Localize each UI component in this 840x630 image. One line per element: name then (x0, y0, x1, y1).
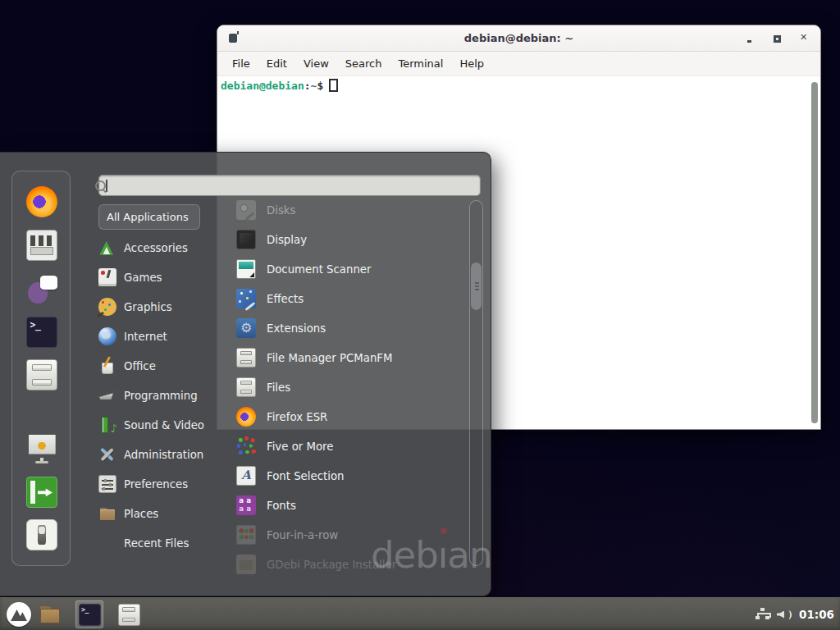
favorite-pidgin-messenger[interactable] (26, 274, 57, 305)
places-icon (98, 504, 116, 523)
app-label: Document Scanner (267, 263, 372, 276)
logout-icon (26, 477, 57, 508)
terminal-menu-search[interactable]: Search (337, 54, 390, 73)
taskbar-app-files[interactable] (115, 600, 143, 628)
shutdown-icon (26, 519, 57, 550)
games-icon (98, 268, 116, 286)
category-graphics[interactable]: Graphics (98, 292, 220, 322)
app-label: Five or More (267, 441, 333, 453)
favorite-terminal[interactable] (26, 317, 57, 348)
category-all-applications[interactable]: All Applications (98, 204, 200, 230)
category-label: Games (124, 272, 162, 284)
app-item-document-scanner[interactable]: Document Scanner (236, 254, 463, 284)
administration-icon (98, 445, 116, 463)
app-item-font-selection[interactable]: Font Selection (236, 461, 463, 491)
app-item-display[interactable]: Display (236, 225, 463, 254)
app-label: Effects (267, 293, 304, 305)
terminal-scrollbar[interactable] (811, 82, 818, 423)
app-label: Disks (267, 204, 296, 217)
firefox-icon (26, 186, 57, 217)
session-lock-screen[interactable] (26, 434, 57, 465)
display-icon (236, 230, 256, 249)
terminal-menu-file[interactable]: File (224, 54, 258, 73)
category-label: Office (124, 360, 156, 372)
category-internet[interactable]: Internet (98, 322, 220, 351)
extensions-icon (236, 318, 256, 338)
category-list: AccessoriesGamesGraphicsInternetOfficePr… (98, 233, 220, 558)
file-cabinet-icon (118, 604, 140, 626)
font-selection-icon (236, 466, 256, 486)
session-log-out[interactable] (26, 477, 57, 508)
category-administration[interactable]: Administration (98, 440, 220, 469)
menu-button-icon[interactable] (7, 602, 31, 627)
effects-icon (236, 289, 256, 308)
favorite-software[interactable] (26, 230, 57, 261)
favorite-file-manager[interactable] (26, 359, 57, 390)
app-item-effects[interactable]: Effects (236, 284, 463, 313)
app-label: Firefox ESR (267, 411, 327, 423)
preferences-icon (98, 475, 116, 493)
search-input[interactable] (104, 177, 459, 194)
app-item-disks[interactable]: Disks (236, 195, 463, 225)
pidgin-icon (26, 274, 57, 305)
taskbar: 01:06 (0, 597, 840, 630)
app-label: Four-in-a-row (267, 529, 338, 541)
accessories-icon (98, 239, 116, 257)
category-office[interactable]: Office (98, 351, 220, 381)
category-accessories[interactable]: Accessories (98, 233, 220, 262)
desktop: debian@debian: ~ FileEditViewSearchTermi… (0, 0, 840, 630)
app-item-firefox-esr[interactable]: Firefox ESR (236, 402, 463, 431)
terminal-app-icon (79, 604, 101, 626)
app-item-extensions[interactable]: Extensions (236, 313, 463, 343)
category-games[interactable]: Games (98, 262, 220, 292)
category-sound-video[interactable]: Sound & Video (98, 410, 220, 440)
folder-icon (39, 604, 62, 626)
app-label: File Manager PCManFM (267, 352, 392, 364)
app-item-fonts[interactable]: Fonts (236, 491, 463, 520)
application-list: DisksDisplayDocument ScannerEffectsExten… (236, 195, 463, 579)
terminal-cursor (329, 79, 338, 92)
app-item-five-or-more[interactable]: Five or More (236, 431, 463, 461)
app-item-files[interactable]: Files (236, 372, 463, 402)
taskbar-app-terminal[interactable] (75, 600, 103, 628)
internet-icon (98, 327, 116, 345)
menu-search-box[interactable] (98, 175, 481, 196)
category-programming[interactable]: Programming (98, 381, 220, 410)
category-label: Accessories (124, 242, 188, 254)
file-cabinet-icon (236, 348, 256, 368)
close-icon[interactable] (800, 34, 809, 43)
session-shut-down[interactable] (26, 519, 57, 550)
taskbar-app-file-manager[interactable] (36, 600, 64, 628)
search-icon (94, 180, 107, 193)
menu-scrollbar-thumb[interactable] (471, 262, 482, 310)
terminal-menu-terminal[interactable]: Terminal (390, 54, 451, 73)
volume-icon[interactable] (777, 609, 792, 621)
file-cabinet-icon (26, 359, 57, 390)
terminal-app-icon (26, 317, 57, 348)
category-preferences[interactable]: Preferences (98, 469, 220, 499)
office-icon (98, 357, 116, 375)
category-recent-files[interactable]: Recent Files (98, 528, 220, 558)
maximize-icon[interactable] (773, 34, 782, 43)
terminal-menu-help[interactable]: Help (451, 54, 492, 73)
prompt-separator: : (304, 80, 311, 92)
terminal-menu-view[interactable]: View (295, 54, 337, 73)
app-label: Display (267, 234, 307, 246)
five-or-more-icon (236, 436, 256, 456)
app-label: Font Selection (267, 470, 344, 482)
prompt-symbol: $ (317, 80, 323, 92)
clock[interactable]: 01:06 (799, 608, 834, 621)
taskbar-apps (36, 600, 143, 628)
category-label: Graphics (124, 301, 172, 313)
document-scanner-icon (236, 259, 256, 279)
category-places[interactable]: Places (98, 499, 220, 528)
programming-icon (98, 386, 116, 404)
app-item-file-manager-pcmanfm[interactable]: File Manager PCManFM (236, 343, 463, 372)
terminal-titlebar[interactable]: debian@debian: ~ (217, 25, 820, 52)
favorite-firefox[interactable] (26, 186, 57, 217)
minimize-icon[interactable] (746, 34, 755, 43)
terminal-menu-edit[interactable]: Edit (258, 54, 295, 73)
menu-scrollbar[interactable] (469, 200, 483, 566)
system-tray: 01:06 (756, 598, 834, 630)
network-icon[interactable] (756, 608, 769, 621)
